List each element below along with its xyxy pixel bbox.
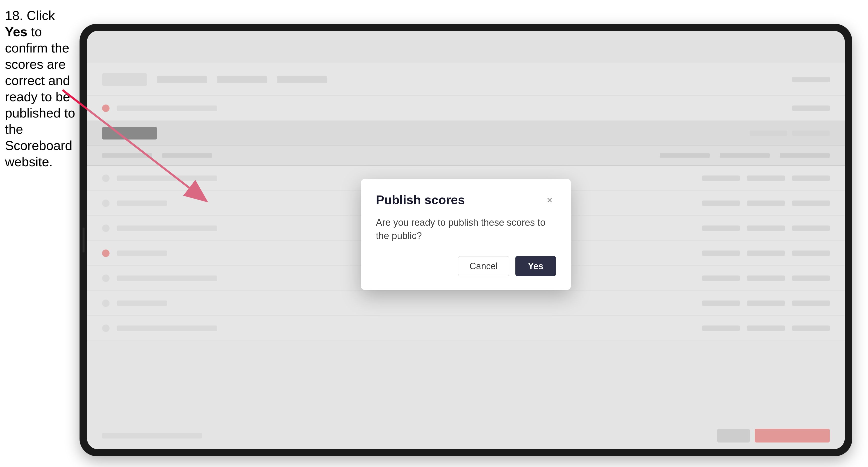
modal-header: Publish scores ×: [376, 193, 556, 207]
screen-content: Publish scores × Are you ready to publis…: [87, 31, 845, 449]
tablet-side-button: [83, 227, 85, 252]
modal-footer: Cancel Yes: [376, 256, 556, 276]
tablet-device: Publish scores × Are you ready to publis…: [80, 24, 852, 456]
cancel-button[interactable]: Cancel: [458, 256, 509, 276]
modal-close-button[interactable]: ×: [544, 194, 556, 206]
instruction-text: 18. Click Yes to confirm the scores are …: [5, 7, 79, 170]
modal-title: Publish scores: [376, 193, 465, 207]
bold-yes: Yes: [5, 25, 28, 39]
step-number: 18.: [5, 8, 23, 23]
text-after: to confirm the scores are correct and re…: [5, 25, 75, 169]
tablet-screen: Publish scores × Are you ready to publis…: [87, 31, 845, 449]
modal-body-text: Are you ready to publish these scores to…: [376, 216, 556, 243]
publish-scores-dialog: Publish scores × Are you ready to publis…: [361, 179, 571, 290]
yes-button[interactable]: Yes: [516, 256, 556, 276]
text-before-bold: Click: [23, 8, 55, 23]
